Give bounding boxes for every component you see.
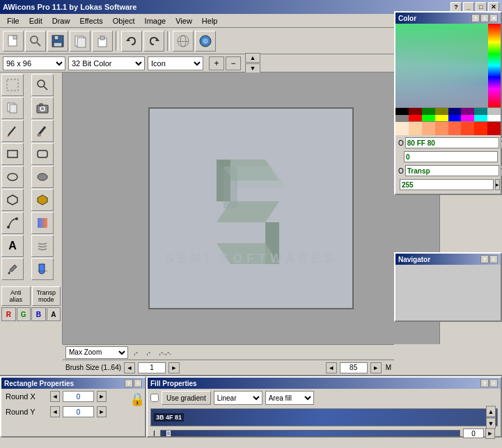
- zoom-tool[interactable]: [31, 74, 54, 96]
- text-tool[interactable]: A: [1, 235, 24, 257]
- ellipse-tool[interactable]: [1, 166, 24, 188]
- color-saturation-area[interactable]: [395, 24, 488, 107]
- menu-image[interactable]: Image: [141, 15, 171, 26]
- color-hex-input[interactable]: [405, 137, 499, 148]
- antialias-btn[interactable]: Antialias: [1, 286, 31, 306]
- new-button[interactable]: [3, 31, 24, 52]
- depth-dropdown[interactable]: 32 Bit Color: [68, 56, 145, 70]
- swatch-lime[interactable]: [422, 115, 435, 122]
- internet-button[interactable]: [173, 31, 194, 52]
- pencil-tool[interactable]: [1, 120, 24, 142]
- round-x-dec-btn[interactable]: ◄: [50, 391, 60, 402]
- swatch-yellow[interactable]: [435, 115, 448, 122]
- close-btn[interactable]: ✕: [488, 2, 499, 12]
- menu-help[interactable]: Help: [198, 15, 222, 26]
- fill-position-bar[interactable]: [160, 430, 460, 437]
- swatch-s1[interactable]: [395, 122, 409, 135]
- pen-tool[interactable]: [1, 212, 24, 234]
- g-btn[interactable]: G: [17, 307, 31, 321]
- brush-tool[interactable]: [31, 120, 54, 142]
- paste-button[interactable]: [92, 31, 113, 52]
- menu-effects[interactable]: Effects: [75, 15, 107, 26]
- rect-props-menu[interactable]: ≡: [134, 379, 142, 387]
- round-y-input[interactable]: [63, 406, 94, 417]
- select-tool[interactable]: [1, 74, 24, 96]
- swatch-blue[interactable]: [448, 115, 462, 122]
- redo-button[interactable]: [143, 31, 164, 52]
- swatch-s2[interactable]: [409, 122, 422, 135]
- round-x-input[interactable]: [63, 391, 94, 402]
- swatch-black[interactable]: [395, 108, 409, 115]
- brush-next2-btn[interactable]: ►: [370, 362, 382, 373]
- swatch-teal[interactable]: [474, 108, 487, 115]
- fill-props-help[interactable]: ?: [480, 379, 489, 387]
- fill-tool[interactable]: [31, 258, 54, 280]
- fill-gradient-bar[interactable]: 3B 4F 81 ▲ ▼: [150, 408, 498, 426]
- linear-select[interactable]: Linear Radial Conical: [214, 391, 262, 405]
- type-dropdown[interactable]: Icon: [148, 56, 203, 70]
- lock-icon[interactable]: 🔒: [134, 389, 145, 410]
- navigator-menu[interactable]: ≡: [489, 255, 498, 263]
- brush-value2-input[interactable]: [340, 362, 368, 373]
- color-expand-btn[interactable]: ▸: [495, 179, 500, 190]
- brush-next-btn[interactable]: ►: [168, 362, 180, 373]
- round-y-inc-btn[interactable]: ►: [97, 406, 107, 417]
- brush-prev-btn[interactable]: ◄: [124, 362, 135, 373]
- swatch-s4[interactable]: [435, 122, 448, 135]
- round-y-dec-btn[interactable]: ◄: [50, 406, 60, 417]
- fill-pos-arrow[interactable]: ►: [485, 428, 495, 439]
- canvas-area[interactable]: SEMI SOFTWARES: [63, 72, 439, 344]
- nav-up-btn[interactable]: ▲: [245, 53, 260, 63]
- color-transp-value[interactable]: [400, 179, 494, 190]
- area-fill-select[interactable]: Area fill Object fill Stroke fill: [265, 391, 314, 405]
- swatch-dark-green[interactable]: [422, 108, 435, 115]
- fill-position-handle[interactable]: [166, 431, 171, 436]
- size-dropdown[interactable]: 96 x 96: [3, 56, 65, 70]
- undo-button[interactable]: [121, 31, 142, 52]
- color-panel-help[interactable]: ?: [471, 14, 480, 22]
- swatch-red[interactable]: [409, 115, 422, 122]
- navigator-help[interactable]: ?: [480, 255, 489, 263]
- swatch-s3[interactable]: [422, 122, 435, 135]
- swatch-s8[interactable]: [487, 122, 501, 135]
- swatch-white[interactable]: [487, 115, 501, 122]
- save-button[interactable]: [47, 31, 68, 52]
- rounded-rect-tool[interactable]: [31, 143, 54, 165]
- swatch-s5[interactable]: [448, 122, 462, 135]
- menu-file[interactable]: File: [3, 15, 24, 26]
- gradient-tool[interactable]: [31, 212, 54, 234]
- fill-nav-down[interactable]: ▼: [486, 418, 496, 429]
- polygon-tool[interactable]: [1, 189, 24, 211]
- nav-plus-btn[interactable]: +: [209, 56, 224, 70]
- smudge-tool[interactable]: [31, 235, 54, 257]
- swatch-gray[interactable]: [395, 115, 409, 122]
- round-x-inc-btn[interactable]: ►: [97, 391, 107, 402]
- rect-props-help[interactable]: ?: [125, 379, 133, 387]
- a-btn[interactable]: A: [47, 307, 61, 321]
- swatch-s6[interactable]: [461, 122, 474, 135]
- fill-props-menu[interactable]: ≡: [489, 379, 498, 387]
- maximize-btn[interactable]: □: [476, 2, 487, 12]
- help-btn[interactable]: ?: [450, 2, 462, 12]
- brush-value-input[interactable]: [138, 362, 166, 373]
- b-btn[interactable]: B: [31, 307, 46, 321]
- camera-tool[interactable]: [31, 97, 54, 119]
- color-zero-input[interactable]: [404, 151, 498, 162]
- color-panel-close[interactable]: ✕: [489, 14, 498, 22]
- menu-edit[interactable]: Edit: [25, 15, 47, 26]
- swatch-aqua[interactable]: [474, 115, 487, 122]
- fill-nav-up[interactable]: ▲: [486, 406, 496, 417]
- transmode-btn[interactable]: Transpmode: [32, 286, 61, 306]
- rect-tool[interactable]: [1, 143, 24, 165]
- nav-down-btn[interactable]: ▼: [245, 63, 260, 73]
- copy-area-tool[interactable]: [1, 97, 24, 119]
- use-gradient-checkbox[interactable]: [150, 394, 159, 402]
- minimize-btn[interactable]: _: [463, 2, 474, 12]
- swatch-navy[interactable]: [448, 108, 462, 115]
- swatch-purple[interactable]: [461, 108, 474, 115]
- color-panel-menu[interactable]: ≡: [480, 14, 489, 22]
- swatch-dark-red[interactable]: [409, 108, 422, 115]
- color-transp-label[interactable]: [405, 165, 499, 176]
- brush-prev2-btn[interactable]: ◄: [326, 362, 337, 373]
- circle-fill-tool[interactable]: [31, 166, 54, 188]
